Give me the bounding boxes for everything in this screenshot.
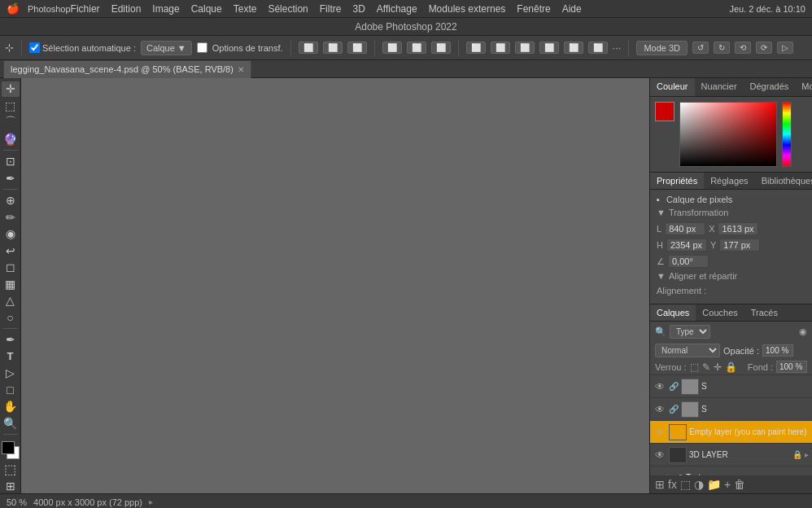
layer-delete-btn[interactable]: 🗑 [734, 478, 745, 491]
align-left-btn[interactable]: ⬜ [299, 42, 318, 54]
menu-calque[interactable]: Calque [191, 3, 222, 15]
mode3d-btn[interactable]: Mode 3D [636, 41, 688, 55]
transform-btn5[interactable]: ▷ [777, 42, 793, 54]
gradient-tool[interactable]: ▦ [2, 277, 20, 292]
align-right-btn[interactable]: ⬜ [347, 42, 367, 54]
distrib5-btn[interactable]: ⬜ [564, 42, 583, 54]
layer-visibility-toggle[interactable]: 👁 [653, 449, 666, 462]
healing-tool[interactable]: ⊕ [2, 193, 20, 208]
history-brush-tool[interactable]: ↩ [2, 243, 20, 258]
blend-mode-select[interactable]: Normal [655, 344, 720, 357]
stamp-tool[interactable]: ◉ [2, 226, 20, 242]
active-color-swatch[interactable] [655, 102, 674, 121]
tab-couleur[interactable]: Couleur [650, 78, 695, 96]
menu-filtre[interactable]: Filtre [320, 3, 342, 15]
transform-btn4[interactable]: ⟳ [756, 42, 772, 54]
align-center-btn[interactable]: ⬜ [323, 42, 343, 54]
menu-image[interactable]: Image [152, 3, 179, 15]
hand-tool[interactable]: ✋ [2, 399, 20, 414]
tab-nuancier[interactable]: Nuancier [695, 78, 744, 96]
align-mid-btn[interactable]: ⬜ [407, 42, 426, 54]
menu-modules[interactable]: Modules externes [429, 3, 506, 15]
menu-edition[interactable]: Edition [111, 3, 142, 15]
distrib2-btn[interactable]: ⬜ [491, 42, 510, 54]
tab-traces[interactable]: Tracés [744, 304, 784, 321]
color-swatches[interactable] [2, 441, 20, 457]
tab-bibliotheques[interactable]: Bibliothèques [755, 173, 812, 189]
lock-art-board-icon[interactable]: ✛ [714, 361, 722, 373]
foreground-color-swatch[interactable] [2, 441, 15, 454]
menu-affichage[interactable]: Affichage [377, 3, 417, 15]
move-tool[interactable]: ✛ [2, 81, 20, 97]
transformation-header[interactable]: ▼ Transformation [657, 208, 805, 217]
quick-select-tool[interactable]: 🔮 [2, 132, 20, 147]
layer-new-btn[interactable]: + [724, 478, 731, 491]
calque-dropdown[interactable]: Calque ▼ [141, 41, 192, 55]
layer-fx-btn[interactable]: fx [668, 478, 677, 491]
tab-couches[interactable]: Couches [696, 304, 744, 321]
screen-mode-btn[interactable]: ⊞ [2, 479, 20, 493]
layer-adj-btn[interactable]: ◑ [694, 478, 704, 491]
distrib4-btn[interactable]: ⬜ [539, 42, 559, 54]
layer-mask-btn[interactable]: ⬚ [680, 478, 691, 491]
menu-3d[interactable]: 3D [352, 3, 365, 15]
brush-tool[interactable]: ✏ [2, 209, 20, 225]
menu-fenetre[interactable]: Fenêtre [517, 3, 550, 15]
align-bottom-btn[interactable]: ⬜ [431, 42, 451, 54]
menu-photoshop[interactable]: Photoshop [28, 4, 71, 14]
aligner-header[interactable]: ▼ Aligner et répartir [657, 271, 805, 281]
eyedropper-tool[interactable]: ✒ [2, 171, 20, 186]
menu-texte[interactable]: Texte [234, 3, 257, 15]
pen-tool[interactable]: ✒ [2, 332, 20, 348]
transform-btn3[interactable]: ⟲ [735, 42, 751, 54]
layer-item[interactable]: 👁 🔗 S [650, 398, 812, 421]
angle-value[interactable]: 0,00° [668, 255, 709, 268]
selection-auto-checkbox[interactable] [29, 42, 40, 53]
layer-visibility-toggle[interactable]: 👁 [653, 380, 666, 393]
blur-tool[interactable]: △ [2, 293, 20, 309]
lock-position-icon[interactable]: ✎ [702, 361, 710, 373]
distrib1-btn[interactable]: ⬜ [466, 42, 486, 54]
align-top-btn[interactable]: ⬜ [382, 42, 402, 54]
menu-fichier[interactable]: Fichier [71, 3, 100, 15]
tab-degrades[interactable]: Dégradés [744, 78, 796, 96]
apple-logo-icon[interactable]: 🍎 [7, 2, 20, 15]
opacity-input[interactable] [762, 344, 793, 357]
shape-tool[interactable]: □ [2, 383, 20, 398]
layer-item-active[interactable]: 👁 Empty layer (you can paint here) [650, 421, 812, 444]
L-value[interactable]: 840 px [665, 222, 705, 235]
quick-mask-btn[interactable]: ⬚ [2, 462, 20, 477]
layer-filter-btn[interactable]: ⊞ [655, 478, 665, 491]
document-tab[interactable]: legging_Navasana_scene-4.psd @ 50% (BASE… [3, 60, 251, 78]
H-value[interactable]: 2354 px [666, 239, 707, 252]
layer-item[interactable]: 👁 🔗 S [650, 375, 812, 398]
text-tool[interactable]: T [2, 349, 20, 365]
layer-item-textures[interactable]: 👁 ✿ Textures [650, 466, 812, 475]
lock-pixels-icon[interactable]: ⬚ [690, 361, 699, 373]
layer-item-3d[interactable]: 👁 3D LAYER 🔒 ▸ [650, 444, 812, 466]
Y-value[interactable]: 177 px [719, 239, 760, 252]
distrib3-btn[interactable]: ⬜ [515, 42, 535, 54]
path-tool[interactable]: ▷ [2, 366, 20, 381]
tab-motifs[interactable]: Motifs [795, 78, 812, 96]
more-options-icon[interactable]: ··· [613, 42, 622, 54]
transform-btns[interactable]: ↺ [692, 42, 709, 54]
tab-reglages[interactable]: Réglages [704, 173, 754, 189]
dodge-tool[interactable]: ○ [2, 310, 20, 326]
select-rect-tool[interactable]: ⬚ [2, 99, 20, 114]
lasso-tool[interactable]: ⌒ [2, 115, 20, 130]
X-value[interactable]: 1613 px [718, 222, 758, 235]
menu-aide[interactable]: Aide [562, 3, 582, 15]
tab-proprietes[interactable]: Propriétés [650, 173, 704, 189]
eraser-tool[interactable]: ◻ [2, 260, 20, 275]
zoom-tool[interactable]: 🔍 [2, 416, 20, 431]
transform-btn2[interactable]: ↻ [714, 42, 730, 54]
color-gradient-picker[interactable] [679, 102, 777, 167]
filter-toggle-icon[interactable]: ◉ [799, 326, 807, 337]
layer-visibility-toggle[interactable]: 👁 [653, 403, 666, 416]
crop-tool[interactable]: ⊡ [2, 154, 20, 169]
fond-input[interactable] [776, 361, 807, 373]
hue-bar[interactable] [782, 102, 792, 167]
menu-selection[interactable]: Sélection [268, 3, 308, 15]
layer-type-filter[interactable]: Type [670, 325, 710, 339]
